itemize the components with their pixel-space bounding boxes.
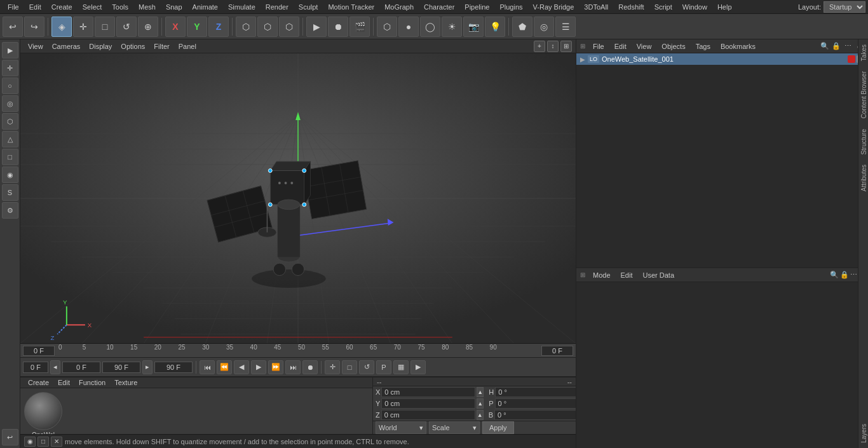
attr-mode[interactable]: Mode (590, 270, 613, 280)
vp-menu-filter[interactable]: Filter (150, 41, 173, 51)
viewport[interactable]: View Cameras Display Options Filter Pane… (20, 39, 576, 344)
sidebar-btn-4[interactable]: ◎ (2, 95, 18, 112)
sidebar-btn-7[interactable]: □ (2, 149, 18, 165)
redo-button[interactable]: ↪ (24, 17, 44, 37)
sidebar-btn-1[interactable]: ▶ (2, 42, 18, 58)
sidebar-btn-6[interactable]: △ (2, 131, 18, 147)
menu-simulate[interactable]: Simulate (223, 2, 261, 12)
coord-y-up[interactable]: ▲ (477, 398, 484, 409)
light-button[interactable]: ☀ (442, 17, 462, 37)
y-axis-button[interactable]: Y (187, 17, 207, 37)
select-tool-button[interactable]: ◈ (51, 17, 72, 37)
attr-edit[interactable]: Edit (618, 270, 635, 280)
coord-b-val[interactable] (494, 410, 588, 420)
status-icon-record[interactable]: ◉ (24, 437, 36, 447)
sidebar-btn-s[interactable]: S (2, 184, 18, 201)
mat-menu-function[interactable]: Function (75, 377, 109, 388)
attr-search-icon[interactable]: 🔍 (830, 271, 839, 279)
play-back-button[interactable]: ◀ (234, 360, 249, 374)
attr-more-icon[interactable]: ⋯ (850, 271, 857, 279)
menu-help[interactable]: Help (712, 2, 737, 12)
z-axis-button[interactable]: Z (208, 17, 229, 37)
current-frame-display[interactable] (23, 346, 55, 356)
step-back-button[interactable]: ⏪ (217, 360, 232, 374)
plane-button[interactable]: ◯ (420, 17, 440, 37)
menu-window[interactable]: Window (677, 2, 712, 12)
menu-sculpt[interactable]: Sculpt (294, 2, 323, 12)
scale-tool-button[interactable]: □ (95, 17, 115, 37)
rp-header-edit[interactable]: Edit (612, 41, 629, 51)
menu-script[interactable]: Script (649, 2, 677, 12)
menu-select[interactable]: Select (78, 2, 107, 12)
vp-ctrl-grid[interactable]: ⊞ (560, 41, 572, 52)
layout-select[interactable]: Startup (824, 1, 865, 13)
polygon-mode-button[interactable]: ⬡ (279, 17, 299, 37)
world-dropdown[interactable]: World ▾ (376, 421, 426, 434)
render-view-button[interactable]: 🎬 (349, 17, 370, 37)
go-end-button[interactable]: ⏭ (285, 360, 301, 374)
menu-animate[interactable]: Animate (187, 2, 223, 12)
end-frame-input[interactable] (102, 362, 140, 373)
menu-character[interactable]: Character (419, 2, 459, 12)
menu-file[interactable]: File (3, 2, 24, 12)
rp-header-tags[interactable]: Tags (693, 41, 713, 51)
tab-content-browser[interactable]: Content Browser (858, 66, 868, 123)
frame-stepper-up[interactable]: ▸ (142, 360, 153, 374)
menu-snap[interactable]: Snap (161, 2, 187, 12)
object-item-satellite[interactable]: ▶ LO OneWeb_Satellite_001 (576, 53, 868, 65)
end-frame-right[interactable] (541, 346, 573, 356)
x-axis-button[interactable]: X (165, 17, 186, 37)
material-item[interactable]: OneWel (24, 392, 62, 438)
menu-render[interactable]: Render (261, 2, 294, 12)
menu-mesh[interactable]: Mesh (133, 2, 161, 12)
menu-redshift[interactable]: Redshift (613, 2, 649, 12)
vp-menu-view[interactable]: View (24, 41, 47, 51)
frame-stepper-down[interactable]: ◂ (50, 360, 60, 374)
light2-button[interactable]: 💡 (485, 17, 505, 37)
play-forward-button[interactable]: ▶ (306, 17, 327, 37)
edge-mode-button[interactable]: ⬡ (257, 17, 278, 37)
menu-edit[interactable]: Edit (24, 2, 46, 12)
rp-header-bookmarks[interactable]: Bookmarks (718, 41, 758, 51)
vp-menu-display[interactable]: Display (85, 41, 116, 51)
record-button[interactable]: ⏺ (302, 360, 318, 374)
sidebar-btn-9[interactable]: ⚙ (2, 202, 18, 219)
play-record-button[interactable]: ⏺ (328, 17, 348, 37)
tl-grid-key[interactable]: ▦ (393, 360, 409, 374)
attr-user-data[interactable]: User Data (641, 270, 677, 280)
floor-button[interactable]: ⬟ (512, 17, 532, 37)
sidebar-btn-8[interactable]: ◉ (2, 166, 18, 183)
menu-create[interactable]: Create (46, 2, 78, 12)
vp-menu-panel[interactable]: Panel (175, 41, 200, 51)
coord-p-val[interactable] (495, 398, 589, 409)
start-frame-input2[interactable] (62, 362, 100, 373)
sphere-button[interactable]: ● (398, 17, 419, 37)
rp-more-icon[interactable]: ⋯ (843, 41, 853, 51)
apply-button[interactable]: Apply (482, 421, 514, 434)
menu-motion-tracker[interactable]: Motion Tracker (323, 2, 379, 12)
rp-header-view[interactable]: View (634, 41, 654, 51)
material-thumbnail[interactable] (24, 392, 62, 430)
tl-param-key[interactable]: P (376, 360, 391, 374)
mat-menu-edit[interactable]: Edit (54, 377, 74, 388)
end-frame-input2[interactable] (154, 362, 193, 373)
tl-add-key[interactable]: ✛ (325, 360, 340, 374)
mat-menu-create[interactable]: Create (24, 377, 53, 388)
coord-z-pos[interactable] (381, 410, 475, 420)
coord-x-pos[interactable] (381, 387, 475, 397)
grid-button[interactable]: ☰ (555, 17, 576, 37)
menu-pipeline[interactable]: Pipeline (459, 2, 494, 12)
coord-y-pos[interactable] (381, 398, 475, 409)
menu-vray[interactable]: V-Ray Bridge (528, 2, 580, 12)
attr-lock-icon[interactable]: 🔒 (840, 271, 849, 279)
menu-3dtoall[interactable]: 3DToAll (579, 2, 613, 12)
menu-plugins[interactable]: Plugins (494, 2, 527, 12)
move-tool-button[interactable]: ✛ (73, 17, 93, 37)
go-start-button[interactable]: ⏮ (200, 360, 215, 374)
tab-structure[interactable]: Structure (858, 124, 868, 160)
status-icon-close[interactable]: ✕ (51, 437, 62, 447)
status-icon-minimize[interactable]: □ (37, 437, 49, 447)
coord-z-up[interactable]: ▲ (477, 410, 484, 420)
step-forward-button[interactable]: ⏩ (268, 360, 283, 374)
mat-menu-texture[interactable]: Texture (111, 377, 141, 388)
